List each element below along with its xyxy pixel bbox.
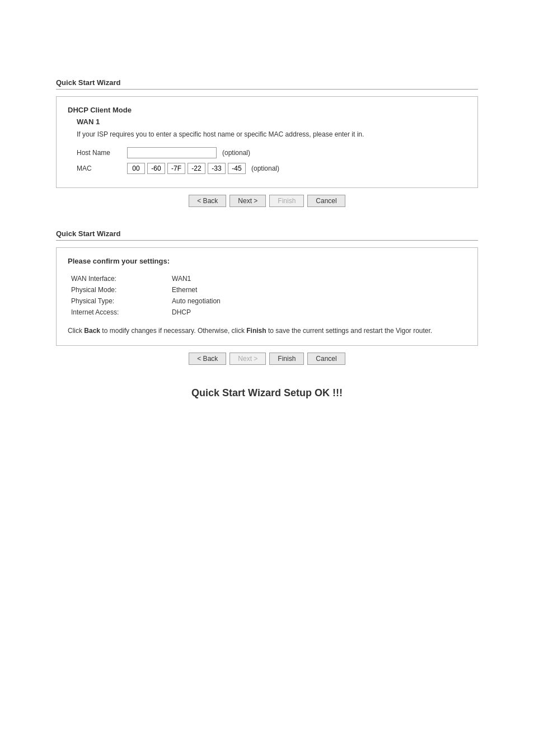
- section1-next-button[interactable]: Next >: [229, 195, 266, 207]
- mac-part-2[interactable]: [147, 163, 165, 174]
- field-value-physical-mode: Ethernet: [168, 284, 466, 295]
- page-wrapper: Quick Start Wizard DHCP Client Mode WAN …: [0, 0, 534, 756]
- mac-part-1[interactable]: [127, 163, 145, 174]
- section-dhcp: Quick Start Wizard DHCP Client Mode WAN …: [56, 78, 478, 207]
- section2-back-button[interactable]: < Back: [189, 353, 226, 365]
- section1-back-button[interactable]: < Back: [189, 195, 226, 207]
- field-value-physical-type: Auto negotiation: [168, 295, 466, 307]
- confirm-table: WAN Interface: WAN1 Physical Mode: Ether…: [68, 273, 466, 318]
- wan-title: WAN 1: [77, 118, 466, 126]
- section1-header: Quick Start Wizard: [56, 78, 478, 90]
- mac-part-4[interactable]: [188, 163, 205, 174]
- mac-optional: (optional): [251, 165, 279, 172]
- mac-part-3[interactable]: [167, 163, 185, 174]
- section2-button-bar: < Back Next > Finish Cancel: [56, 353, 478, 365]
- section2-box: Please confirm your settings: WAN Interf…: [56, 247, 478, 346]
- mac-label: MAC: [77, 165, 127, 172]
- table-row: Physical Mode: Ethernet: [68, 284, 466, 295]
- host-name-input[interactable]: [127, 147, 217, 158]
- finish-keyword: Finish: [246, 327, 266, 335]
- success-section: Quick Start Wizard Setup OK !!!: [56, 387, 478, 399]
- field-value-internet-access: DHCP: [168, 307, 466, 318]
- host-name-row: Host Name (optional): [77, 147, 466, 158]
- section-confirm: Quick Start Wizard Please confirm your s…: [56, 229, 478, 365]
- back-keyword: Back: [84, 327, 100, 335]
- confirm-note: Click Back to modify changes if necessar…: [68, 326, 466, 336]
- mac-field: (optional): [127, 163, 279, 174]
- field-label-wan-interface: WAN Interface:: [68, 273, 168, 284]
- mac-part-5[interactable]: [208, 163, 226, 174]
- section1-button-bar: < Back Next > Finish Cancel: [56, 195, 478, 207]
- host-name-label: Host Name: [77, 149, 127, 157]
- field-value-wan-interface: WAN1: [168, 273, 466, 284]
- success-text: Quick Start Wizard Setup OK !!!: [56, 387, 478, 399]
- field-label-physical-mode: Physical Mode:: [68, 284, 168, 295]
- table-row: Internet Access: DHCP: [68, 307, 466, 318]
- mac-part-6[interactable]: [228, 163, 246, 174]
- wan-description: If your ISP requires you to enter a spec…: [77, 129, 466, 139]
- section1-box: DHCP Client Mode WAN 1 If your ISP requi…: [56, 96, 478, 188]
- section2-next-button[interactable]: Next >: [229, 353, 266, 365]
- host-name-field: (optional): [127, 147, 250, 158]
- table-row: Physical Type: Auto negotiation: [68, 295, 466, 307]
- table-row: WAN Interface: WAN1: [68, 273, 466, 284]
- field-label-internet-access: Internet Access:: [68, 307, 168, 318]
- section1-cancel-button[interactable]: Cancel: [307, 195, 345, 207]
- top-spacer: [56, 11, 478, 78]
- field-label-physical-type: Physical Type:: [68, 295, 168, 307]
- section2-finish-button[interactable]: Finish: [269, 353, 304, 365]
- wan-block: WAN 1 If your ISP requires you to enter …: [68, 118, 466, 174]
- section2-header: Quick Start Wizard: [56, 229, 478, 241]
- section1-finish-button[interactable]: Finish: [269, 195, 304, 207]
- mac-row: MAC (optional): [77, 163, 466, 174]
- confirm-title: Please confirm your settings:: [68, 257, 466, 265]
- section2-cancel-button[interactable]: Cancel: [307, 353, 345, 365]
- host-name-optional: (optional): [222, 149, 250, 157]
- mode-title: DHCP Client Mode: [68, 106, 466, 114]
